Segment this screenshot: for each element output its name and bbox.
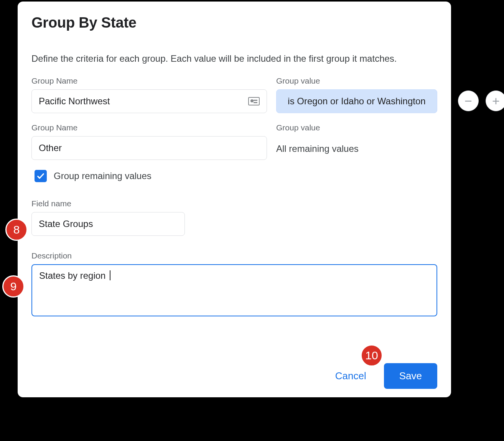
group-name-input[interactable]: Pacific Northwest	[31, 89, 267, 113]
plus-icon: +	[492, 94, 500, 109]
group-value-label: Group value	[276, 123, 437, 132]
group-row: Group Name Pacific Northwest Group value…	[31, 76, 437, 113]
annotation-callout: 8	[5, 219, 28, 241]
group-value-text: is Oregon or Idaho or Washington	[288, 96, 425, 107]
checkbox-label: Group remaining values	[54, 171, 152, 181]
group-row: Group Name Other Group value All remaini…	[31, 123, 437, 160]
group-value-chip[interactable]: is Oregon or Idaho or Washington	[276, 89, 437, 113]
field-name-input[interactable]: State Groups	[31, 212, 185, 236]
checkbox-checked-icon[interactable]	[35, 170, 47, 182]
dialog-helper-text: Define the criteria for each group. Each…	[31, 53, 437, 64]
save-button[interactable]: Save	[384, 363, 437, 389]
description-label: Description	[31, 251, 437, 260]
field-name-value: State Groups	[39, 219, 93, 229]
group-value-label: Group value	[276, 76, 437, 86]
group-by-dialog: Group By State Define the criteria for e…	[16, 0, 453, 399]
annotation-callout: 10	[361, 344, 383, 367]
group-name-value: Pacific Northwest	[39, 96, 110, 107]
remove-row-button[interactable]: −	[458, 91, 479, 111]
dialog-footer: Cancel Save	[333, 363, 437, 389]
description-value: States by region	[39, 270, 105, 281]
group-name-value: Other	[39, 143, 62, 153]
group-name-input[interactable]: Other	[31, 136, 267, 160]
minus-icon: −	[464, 94, 472, 109]
dialog-title: Group By State	[31, 15, 437, 31]
group-name-label: Group Name	[31, 123, 267, 132]
row-action-buttons: − +	[458, 91, 504, 111]
group-value-static: All remaining values	[276, 136, 437, 160]
id-card-icon[interactable]	[248, 97, 260, 105]
annotation-callout: 9	[2, 275, 25, 298]
cancel-button[interactable]: Cancel	[333, 370, 369, 382]
description-input[interactable]: States by region	[31, 264, 437, 316]
field-name-label: Field name	[31, 199, 437, 208]
add-row-button[interactable]: +	[486, 91, 504, 111]
group-name-label: Group Name	[31, 76, 267, 86]
group-remaining-checkbox-row[interactable]: Group remaining values	[35, 170, 437, 182]
